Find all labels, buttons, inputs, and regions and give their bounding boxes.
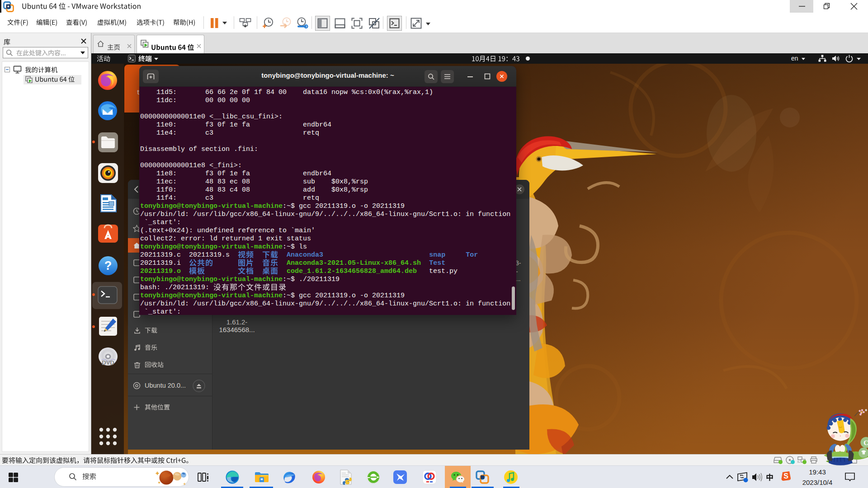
svg-text:S: S [783, 472, 788, 480]
svg-text:?: ? [104, 259, 112, 272]
svg-text:C: C [863, 439, 868, 446]
svg-text:DVD: DVD [102, 359, 114, 366]
